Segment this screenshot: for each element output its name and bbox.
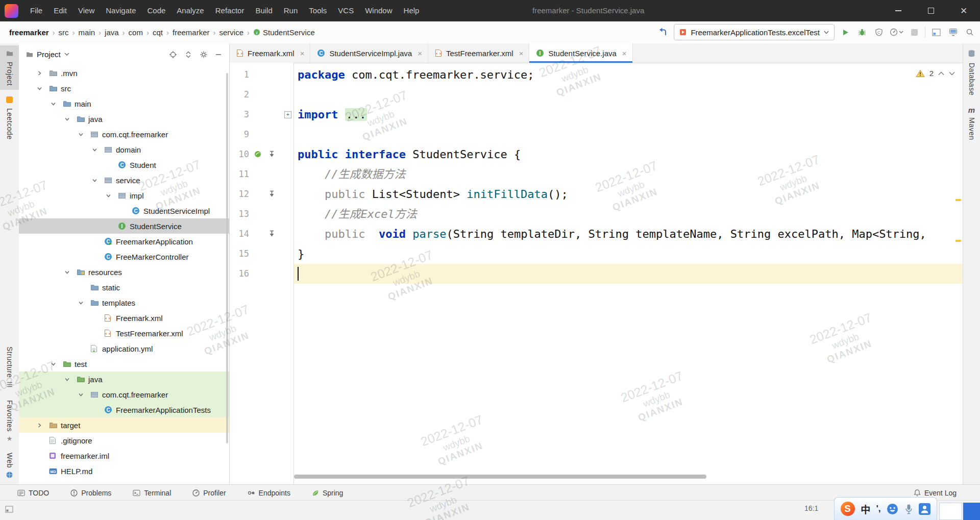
menu-analyze[interactable]: Analyze bbox=[171, 0, 209, 21]
locate-file-icon[interactable] bbox=[169, 51, 177, 59]
tree-item-mvn[interactable]: .mvn bbox=[19, 65, 229, 81]
emoji-icon[interactable] bbox=[887, 503, 898, 515]
breadcrumb-item-main[interactable]: main bbox=[79, 28, 95, 37]
caret-position[interactable]: 16:1 bbox=[804, 504, 818, 512]
toolwindow-tab-structure[interactable]: Structure bbox=[0, 342, 19, 394]
chevron-expanded-icon[interactable] bbox=[50, 101, 63, 107]
tree-item-resources[interactable]: resources bbox=[19, 264, 229, 280]
tree-item-gitignore[interactable]: .gitignore bbox=[19, 433, 229, 448]
presentation-monitor-icon[interactable] bbox=[947, 26, 959, 39]
expand-collapse-icon[interactable] bbox=[184, 51, 192, 59]
tree-item-com-cqt-freemarker[interactable]: com.cqt.freemarker bbox=[19, 387, 229, 402]
chevron-collapsed-icon[interactable] bbox=[36, 423, 49, 428]
run-button[interactable] bbox=[839, 26, 851, 39]
menu-view[interactable]: View bbox=[72, 0, 100, 21]
title-bar[interactable]: FileEditViewNavigateCodeAnalyzeRefactorB… bbox=[0, 0, 980, 21]
menu-vcs[interactable]: VCS bbox=[332, 0, 359, 21]
menu-run[interactable]: Run bbox=[278, 0, 304, 21]
tree-item-testfreemarker-xml[interactable]: TestFreemarker.xml bbox=[19, 326, 229, 341]
ime-toolbar[interactable]: S 中 ', bbox=[834, 497, 937, 520]
tree-item-src[interactable]: src bbox=[19, 81, 229, 96]
tree-item-studentservice[interactable]: IStudentService bbox=[19, 218, 229, 234]
chevron-expanded-icon[interactable] bbox=[63, 269, 77, 275]
breadcrumb-item-freemarker[interactable]: freemarker bbox=[9, 28, 49, 37]
toolwindow-tab-web[interactable]: Web bbox=[0, 449, 19, 484]
tree-item-freemarker-iml[interactable]: freemarker.iml bbox=[19, 448, 229, 463]
toolwindow-profiler[interactable]: Profiler bbox=[192, 489, 226, 497]
chevron-expanded-icon[interactable] bbox=[50, 361, 63, 367]
chevron-expanded-icon[interactable] bbox=[36, 86, 49, 91]
debug-button[interactable] bbox=[856, 26, 868, 39]
toolwindow-tab-favorites[interactable]: Favorites★ bbox=[0, 396, 19, 447]
tree-item-freemarkerapplication[interactable]: CFreemarkerApplication bbox=[19, 234, 229, 249]
menu-code[interactable]: Code bbox=[141, 0, 171, 21]
implemented-gutter-icon[interactable] bbox=[268, 230, 275, 237]
menu-navigate[interactable]: Navigate bbox=[100, 0, 141, 21]
stop-button[interactable] bbox=[908, 26, 920, 39]
breadcrumb-item-service[interactable]: service bbox=[219, 28, 244, 37]
tree-item-application-yml[interactable]: application.yml bbox=[19, 341, 229, 356]
editor-tab-freemark-xml[interactable]: Freemark.xml× bbox=[230, 43, 310, 63]
close-button[interactable]: ✕ bbox=[947, 0, 980, 21]
tab-close-icon[interactable]: × bbox=[519, 49, 524, 58]
editor-tab-studentservice-java[interactable]: IStudentService.java× bbox=[529, 43, 632, 63]
toolwindow-problems[interactable]: Problems bbox=[70, 489, 111, 497]
chevron-expanded-icon[interactable] bbox=[105, 193, 118, 199]
ime-language-indicator[interactable]: 中 bbox=[861, 502, 870, 516]
toolwindow-tab-leetcode[interactable]: Leetcode bbox=[0, 92, 19, 144]
taskbar-corner-button[interactable] bbox=[963, 503, 980, 520]
breadcrumb-item-src[interactable]: src bbox=[59, 28, 69, 37]
minimize-button[interactable] bbox=[882, 0, 915, 21]
search-everywhere-icon[interactable] bbox=[964, 26, 976, 39]
toolwindow-tab-database[interactable]: Database bbox=[963, 45, 980, 100]
tree-item-com-cqt-freemarker[interactable]: com.cqt.freemarker bbox=[19, 127, 229, 142]
menu-refactor[interactable]: Refactor bbox=[210, 0, 250, 21]
breadcrumb-item-java[interactable]: java bbox=[105, 28, 119, 37]
toolwindow-terminal[interactable]: Terminal bbox=[133, 489, 171, 497]
chevron-expanded-icon[interactable] bbox=[63, 116, 77, 122]
toolwindow-switcher-icon[interactable] bbox=[5, 506, 13, 513]
menu-window[interactable]: Window bbox=[359, 0, 398, 21]
next-problem-icon[interactable] bbox=[949, 71, 955, 76]
editor-tab-studentserviceimpl-java[interactable]: CStudentServiceImpl.java× bbox=[310, 43, 428, 63]
tree-item-static[interactable]: static bbox=[19, 280, 229, 295]
implemented-gutter-icon[interactable] bbox=[268, 190, 275, 197]
tab-close-icon[interactable]: × bbox=[300, 49, 305, 58]
chevron-collapsed-icon[interactable] bbox=[36, 70, 49, 76]
code-area[interactable]: package com.cqt.freemarker.service;impor… bbox=[294, 63, 963, 484]
tree-item-target[interactable]: target bbox=[19, 417, 229, 433]
ime-punctuation-indicator[interactable]: ', bbox=[876, 504, 881, 514]
editor-tab-testfreemarker-xml[interactable]: TestFreemarker.xml× bbox=[428, 43, 529, 63]
sogou-input-icon[interactable]: S bbox=[841, 502, 855, 516]
tree-item-test[interactable]: test bbox=[19, 356, 229, 372]
tree-item-freemark-xml[interactable]: Freemark.xml bbox=[19, 310, 229, 326]
code-editor[interactable]: 123+910111213141516 package com.cqt.free… bbox=[230, 63, 963, 484]
toolwindows-layout-icon[interactable] bbox=[930, 26, 942, 39]
warning-stripe-mark[interactable] bbox=[955, 240, 961, 242]
tree-item-java[interactable]: java bbox=[19, 372, 229, 387]
tree-item-templates[interactable]: templates bbox=[19, 295, 229, 310]
toolwindow-tab-project[interactable]: Project bbox=[0, 45, 19, 90]
breadcrumb-item-com[interactable]: com bbox=[129, 28, 143, 37]
menu-help[interactable]: Help bbox=[398, 0, 425, 21]
contacts-icon[interactable] bbox=[919, 503, 930, 515]
project-tree-scrollbar[interactable] bbox=[226, 73, 228, 443]
chevron-expanded-icon[interactable] bbox=[77, 132, 90, 137]
tab-close-icon[interactable]: × bbox=[622, 49, 627, 58]
chevron-down-icon[interactable] bbox=[64, 53, 69, 56]
fold-marker-icon[interactable]: + bbox=[284, 111, 291, 118]
run-configuration-select[interactable]: FreemarkerApplicationTests.excelTest bbox=[674, 24, 835, 40]
tree-item-impl[interactable]: impl bbox=[19, 188, 229, 203]
tree-item-service[interactable]: service bbox=[19, 172, 229, 188]
breadcrumb-item-freemarker[interactable]: freemarker bbox=[173, 28, 210, 37]
tree-item-student[interactable]: CStudent bbox=[19, 157, 229, 172]
project-panel-title[interactable]: Project bbox=[37, 50, 61, 59]
menu-edit[interactable]: Edit bbox=[48, 0, 72, 21]
breadcrumb-item-studentservice[interactable]: IStudentService bbox=[253, 28, 315, 37]
tree-item-help-md[interactable]: MDHELP.md bbox=[19, 463, 229, 479]
build-project-icon[interactable] bbox=[657, 26, 669, 39]
inspections-widget[interactable]: 2 bbox=[916, 69, 955, 78]
spring-bean-gutter-icon[interactable] bbox=[254, 151, 261, 158]
settings-gear-icon[interactable] bbox=[200, 51, 208, 59]
tab-close-icon[interactable]: × bbox=[418, 49, 422, 58]
